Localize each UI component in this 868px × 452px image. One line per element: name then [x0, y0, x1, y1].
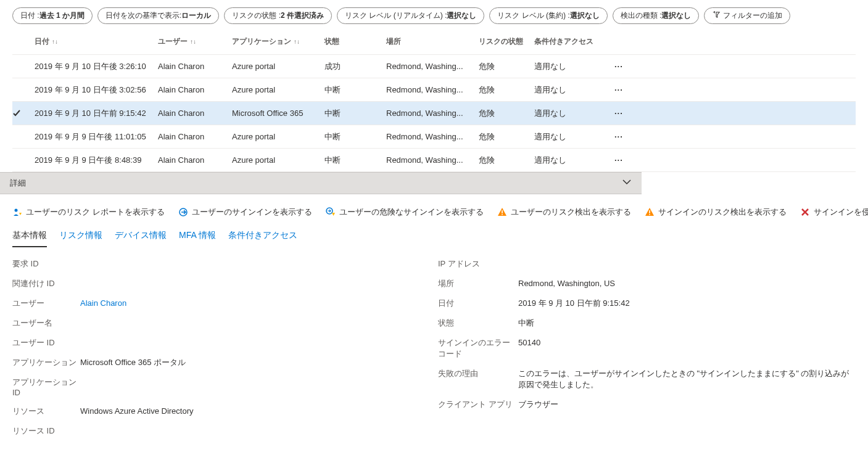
signin-risk-icon [326, 207, 336, 217]
warning-icon [645, 207, 655, 217]
filter-risk-level-realtime[interactable]: リスク レベル (リアルタイム) : 選択なし [337, 7, 484, 24]
sort-icon: ↑↓ [52, 38, 58, 45]
chevron-down-icon[interactable] [622, 177, 632, 189]
cell-conditional-access: 適用なし [534, 108, 614, 119]
tab-mfa-info[interactable]: MFA 情報 [179, 226, 216, 247]
filter-date[interactable]: 日付 : 過去 1 か月間 [12, 7, 93, 24]
kv-failure-reason: 失敗の理由このエラーは、ユーザーがサインインしたときの "サインインしたままにす… [438, 368, 856, 390]
cell-application: Azure portal [232, 62, 324, 71]
svg-rect-6 [649, 214, 650, 215]
cell-status: 中断 [324, 84, 386, 96]
table-header-row: 日付↑↓ ユーザー↑↓ アプリケーション↑↓ 状態 場所 リスクの状態 条件付き… [12, 29, 856, 55]
action-confirm-compromised[interactable]: サインインを侵害ありと確認 [800, 207, 868, 218]
row-checkbox[interactable] [12, 133, 21, 141]
cell-risk-state: 危険 [479, 61, 534, 72]
table-row[interactable]: 2019 年 9 月 10 日午後 3:26:10Alain CharonAzu… [12, 55, 856, 78]
row-more-button[interactable]: ··· [614, 85, 639, 94]
details-content: 要求 ID 関連付け ID ユーザーAlain Charon ユーザー名 ユーザ… [0, 247, 868, 448]
kv-correlation-id: 関連付け ID [12, 278, 426, 289]
row-more-button[interactable]: ··· [614, 62, 639, 71]
detail-actions: ユーザーのリスク レポートを表示する ユーザーのサインインを表示する ユーザーの… [0, 194, 868, 218]
col-status[interactable]: 状態 [324, 36, 386, 47]
sort-icon: ↑↓ [190, 38, 196, 45]
funnel-plus-icon [712, 11, 721, 20]
details-header-bar[interactable]: 詳細 [0, 172, 642, 194]
details-label: 詳細 [10, 178, 26, 189]
cell-conditional-access: 適用なし [534, 84, 614, 96]
cell-risk-state: 危険 [479, 108, 534, 119]
col-location[interactable]: 場所 [386, 36, 479, 47]
svg-point-0 [15, 209, 18, 212]
table-row[interactable]: 2019 年 9 月 9 日午後 11:01:05Alain CharonAzu… [12, 125, 856, 149]
filter-risk-level-aggregate[interactable]: リスク レベル (集約) : 選択なし [489, 7, 607, 24]
cell-application: Azure portal [232, 132, 324, 141]
cell-user: Alain Charon [158, 62, 232, 71]
row-more-button[interactable]: ··· [614, 155, 639, 165]
col-conditional-access[interactable]: 条件付きアクセス [534, 36, 614, 47]
filter-detection-type[interactable]: 検出の種類 : 選択なし [613, 7, 700, 24]
details-left-column: 要求 ID 関連付け ID ユーザーAlain Charon ユーザー名 ユーザ… [12, 258, 426, 437]
kv-ip-address: IP アドレス [438, 258, 856, 269]
action-user-signin[interactable]: ユーザーのサインインを表示する [178, 207, 312, 218]
cell-user: Alain Charon [158, 132, 232, 141]
filter-bar: 日付 : 過去 1 か月間 日付を次の基準で表示: ローカル リスクの状態 : … [0, 0, 868, 29]
cell-date: 2019 年 9 月 10 日午前 9:15:42 [35, 108, 158, 119]
kv-resource-id: リソース ID [12, 425, 426, 437]
row-checkbox[interactable] [12, 109, 21, 118]
table-row[interactable]: 2019 年 9 月 10 日午前 9:15:42Alain CharonMic… [12, 102, 856, 125]
row-more-button[interactable]: ··· [614, 132, 639, 141]
cell-status: 中断 [324, 131, 386, 142]
row-more-button[interactable]: ··· [614, 109, 639, 118]
warning-icon [497, 207, 507, 217]
add-filter-button[interactable]: フィルターの追加 [704, 7, 790, 24]
kv-error-code: サインインのエラー コード50140 [438, 337, 856, 360]
table-row[interactable]: 2019 年 9 月 9 日午後 8:48:39Alain CharonAzur… [12, 149, 856, 172]
col-user[interactable]: ユーザー↑↓ [158, 36, 232, 47]
cell-application: Microsoft Office 365 [232, 109, 324, 118]
kv-location: 場所Redmond, Washington, US [438, 278, 856, 289]
svg-rect-5 [649, 210, 650, 213]
cell-conditional-access: 適用なし [534, 61, 614, 72]
cell-date: 2019 年 9 月 10 日午後 3:26:10 [35, 61, 158, 72]
cell-application: Azure portal [232, 85, 324, 94]
cell-date: 2019 年 9 月 9 日午後 11:01:05 [35, 131, 158, 142]
row-checkbox[interactable] [12, 86, 21, 94]
kv-user-id: ユーザー ID [12, 337, 426, 348]
tab-risk-info[interactable]: リスク情報 [59, 226, 102, 247]
col-risk-state[interactable]: リスクの状態 [479, 36, 534, 47]
kv-status: 状態中断 [438, 318, 856, 329]
kv-username: ユーザー名 [12, 318, 426, 329]
action-signin-risk-detections[interactable]: サインインのリスク検出を表示する [645, 207, 787, 218]
cell-status: 中断 [324, 108, 386, 119]
cell-status: 中断 [324, 155, 386, 166]
action-user-risk-report[interactable]: ユーザーのリスク レポートを表示する [12, 207, 165, 218]
person-risk-icon [12, 207, 22, 217]
cell-application: Azure portal [232, 155, 324, 165]
filter-risk-state[interactable]: リスクの状態 : 2 件選択済み [224, 7, 332, 24]
cell-location: Redmond, Washing... [386, 109, 479, 118]
cell-location: Redmond, Washing... [386, 62, 479, 71]
detail-tabs: 基本情報 リスク情報 デバイス情報 MFA 情報 条件付きアクセス [0, 218, 868, 247]
cell-status: 成功 [324, 61, 386, 72]
cell-user: Alain Charon [158, 85, 232, 94]
cell-location: Redmond, Washing... [386, 132, 479, 141]
row-checkbox[interactable] [12, 156, 21, 165]
row-checkbox[interactable] [12, 62, 21, 71]
tab-device-info[interactable]: デバイス情報 [115, 226, 167, 247]
table-row[interactable]: 2019 年 9 月 10 日午後 3:02:56Alain CharonAzu… [12, 78, 856, 102]
filter-show-dates-as[interactable]: 日付を次の基準で表示: ローカル [97, 7, 219, 24]
x-red-icon [800, 207, 810, 217]
signins-table: 日付↑↓ ユーザー↑↓ アプリケーション↑↓ 状態 場所 リスクの状態 条件付き… [0, 29, 868, 172]
col-application[interactable]: アプリケーション↑↓ [232, 36, 324, 47]
svg-rect-4 [502, 214, 503, 215]
user-link[interactable]: Alain Charon [80, 298, 426, 308]
tab-conditional-access[interactable]: 条件付きアクセス [228, 226, 297, 247]
signin-arrow-icon [178, 207, 188, 217]
action-user-risky-signin[interactable]: ユーザーの危険なサインインを表示する [326, 207, 484, 218]
tab-basic-info[interactable]: 基本情報 [12, 226, 47, 247]
cell-conditional-access: 適用なし [534, 155, 614, 166]
cell-location: Redmond, Washing... [386, 85, 479, 94]
cell-location: Redmond, Washing... [386, 155, 479, 165]
col-date[interactable]: 日付↑↓ [35, 36, 158, 47]
action-user-risk-detections[interactable]: ユーザーのリスク検出を表示する [497, 207, 631, 218]
